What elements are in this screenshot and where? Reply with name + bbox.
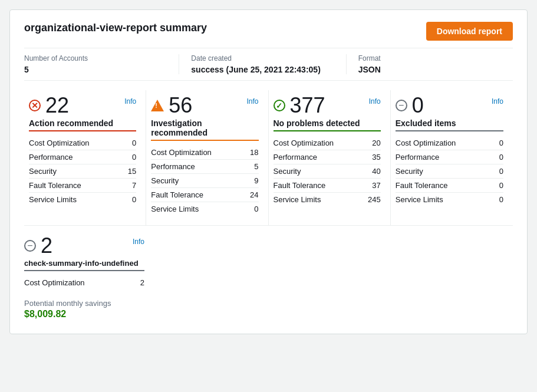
bottom-info-link[interactable]: Info <box>133 238 144 246</box>
stat-excluded-icon-num: − 0 <box>396 95 424 116</box>
row-value: 245 <box>368 195 381 204</box>
accounts-meta: Number of Accounts 5 <box>24 54 179 74</box>
bottom-excluded-icon: − <box>24 240 36 252</box>
stat-investigation-label: Investigation recommended <box>151 118 258 141</box>
bottom-stat-rows: Cost Optimization 2 <box>24 276 144 289</box>
meta-row: Number of Accounts 5 Date created succes… <box>24 48 513 81</box>
warning-icon <box>151 100 164 111</box>
row-label: Security <box>396 167 423 176</box>
row-value: 35 <box>372 153 380 162</box>
stat-action: ✕ 22 Info Action recommended Cost Optimi… <box>24 90 146 225</box>
stat-noproblems-number: 377 <box>290 95 325 116</box>
row-label: Fault Tolerance <box>29 181 81 190</box>
table-row: Service Limits 0 <box>29 193 136 206</box>
stat-noproblems: ✓ 377 Info No problems detected Cost Opt… <box>269 90 391 225</box>
header-row: organizational-view-report summary Downl… <box>24 22 513 41</box>
row-label: Service Limits <box>396 195 443 204</box>
format-label: Format <box>358 54 501 62</box>
table-row: Fault Tolerance 0 <box>396 179 503 193</box>
bottom-stat-number: 2 <box>41 235 52 256</box>
table-row: Security 15 <box>29 164 136 179</box>
table-row: Service Limits 0 <box>396 193 503 206</box>
table-row: Cost Optimization 2 <box>24 276 144 289</box>
row-value: 37 <box>372 181 380 190</box>
stat-investigation-info-link[interactable]: Info <box>246 97 258 106</box>
table-row: Service Limits 0 <box>151 202 258 216</box>
row-value: 0 <box>499 167 503 176</box>
stat-investigation: 56 Info Investigation recommended Cost O… <box>146 90 268 225</box>
format-value: JSON <box>358 65 501 74</box>
row-value: 2 <box>140 278 144 287</box>
date-label: Date created <box>191 54 334 62</box>
stat-action-icon-num: ✕ 22 <box>29 95 69 116</box>
report-title: organizational-view-report summary <box>24 22 207 34</box>
stat-investigation-icon-num: 56 <box>151 95 192 116</box>
row-label: Performance <box>274 153 317 162</box>
stat-excluded-info-link[interactable]: Info <box>492 97 503 106</box>
table-row: Performance 35 <box>274 150 381 164</box>
stat-action-label: Action recommended <box>29 118 136 131</box>
row-label: Cost Optimization <box>396 139 456 147</box>
error-icon: ✕ <box>29 100 41 111</box>
row-label: Fault Tolerance <box>396 181 448 190</box>
stat-action-number: 22 <box>45 95 69 116</box>
row-label: Cost Optimization <box>24 278 85 287</box>
row-label: Security <box>151 176 179 185</box>
stat-noproblems-icon-num: ✓ 377 <box>274 95 325 116</box>
stats-grid: ✕ 22 Info Action recommended Cost Optimi… <box>24 90 513 226</box>
row-label: Fault Tolerance <box>151 190 203 199</box>
table-row: Cost Optimization 0 <box>29 136 136 150</box>
row-value: 20 <box>372 139 380 147</box>
row-label: Performance <box>396 153 439 162</box>
bottom-section: − 2 Info check-summary-info-undefined Co… <box>24 235 513 319</box>
stat-investigation-number: 56 <box>169 95 192 116</box>
bottom-stat-header: − 2 Info <box>24 235 144 256</box>
row-label: Cost Optimization <box>274 139 334 147</box>
stat-excluded: − 0 Info Excluded items Cost Optimizatio… <box>391 90 513 225</box>
excluded-icon: − <box>396 100 407 111</box>
stat-noproblems-label: No problems detected <box>274 118 381 131</box>
row-value: 24 <box>250 190 258 199</box>
row-value: 0 <box>499 195 503 204</box>
stat-excluded-label: Excluded items <box>396 118 503 131</box>
row-value: 0 <box>254 205 258 213</box>
row-label: Fault Tolerance <box>274 181 326 190</box>
stat-action-info-link[interactable]: Info <box>124 97 136 106</box>
row-value: 5 <box>254 162 258 171</box>
row-label: Security <box>274 167 301 176</box>
row-value: 0 <box>499 153 503 162</box>
accounts-label: Number of Accounts <box>24 54 167 62</box>
row-label: Security <box>29 167 57 176</box>
row-value: 7 <box>132 181 136 190</box>
row-label: Service Limits <box>29 195 77 204</box>
bottom-stat-label: check-summary-info-undefined <box>24 259 144 271</box>
stat-excluded-header: − 0 Info <box>396 95 503 116</box>
table-row: Service Limits 245 <box>274 193 381 206</box>
row-label: Cost Optimization <box>151 148 212 157</box>
stat-noproblems-header: ✓ 377 Info <box>274 95 381 116</box>
bottom-stat-col: − 2 Info check-summary-info-undefined Co… <box>24 235 154 319</box>
row-value: 0 <box>132 139 136 147</box>
row-label: Service Limits <box>274 195 321 204</box>
table-row: Performance 5 <box>151 160 258 174</box>
table-row: Cost Optimization 0 <box>396 136 503 150</box>
savings-label: Potential monthly savings <box>24 299 144 308</box>
table-row: Cost Optimization 20 <box>274 136 381 150</box>
accounts-value: 5 <box>24 65 167 74</box>
table-row: Cost Optimization 18 <box>151 146 258 160</box>
row-value: 0 <box>132 153 136 162</box>
stat-action-rows: Cost Optimization 0 Performance 0 Securi… <box>29 136 136 206</box>
stat-noproblems-info-link[interactable]: Info <box>369 97 381 106</box>
stat-excluded-number: 0 <box>412 95 424 116</box>
stat-action-header: ✕ 22 Info <box>29 95 136 116</box>
row-value: 0 <box>132 195 136 204</box>
table-row: Security 9 <box>151 174 258 188</box>
row-label: Performance <box>29 153 73 162</box>
savings-value: $8,009.82 <box>24 309 144 319</box>
row-value: 9 <box>254 176 258 185</box>
row-value: 0 <box>499 181 503 190</box>
table-row: Security 0 <box>396 164 503 179</box>
row-label: Service Limits <box>151 205 199 213</box>
download-report-button[interactable]: Download report <box>426 22 513 41</box>
report-card: organizational-view-report summary Downl… <box>9 9 528 334</box>
